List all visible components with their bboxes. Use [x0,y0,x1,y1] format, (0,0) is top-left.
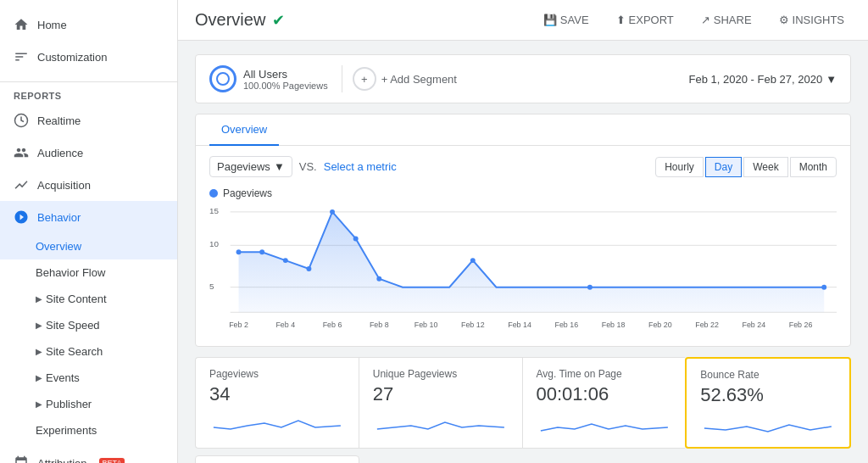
export-label: EXPORT [629,14,674,26]
verified-icon: ✔ [272,11,285,30]
legend-label: Pageviews [223,187,272,199]
chart-svg-wrapper: 15 10 5 [209,203,837,332]
line-chart: 15 10 5 [209,203,837,330]
data-point [330,209,335,215]
svg-text:Feb 8: Feb 8 [370,321,389,329]
export-button[interactable]: ⬆ EXPORT [609,10,681,30]
mini-chart-bounce [700,411,836,437]
metrics-row2: % Exit 55.88% [195,455,851,463]
save-icon: 💾 [543,14,557,26]
sidebar-item-audience[interactable]: Audience [0,137,177,169]
svg-text:Feb 22: Feb 22 [695,321,719,329]
tab-overview[interactable]: Overview [209,114,279,146]
sidebar-subitem-experiments[interactable]: Experiments [0,417,177,443]
segment-bar: All Users 100.00% Pageviews + + Add Segm… [195,54,851,103]
data-point [821,285,826,290]
insights-label: INSIGHTS [793,14,844,26]
share-label: SHARE [714,14,752,26]
time-btn-month[interactable]: Month [790,157,837,177]
chart-card: Overview Pageviews ▼ VS. Select a metric… [195,114,851,347]
date-range-label: Feb 1, 2020 - Feb 27, 2020 [689,73,823,86]
metric-card-pageviews: Pageviews 34 [195,357,359,449]
sidebar-customization-label: Customization [37,51,107,64]
sidebar-item-behavior[interactable]: Behavior [0,201,177,233]
metric-value-unique: 27 [373,383,509,405]
sidebar-subitem-overview[interactable]: Overview [0,233,177,259]
time-btn-week[interactable]: Week [743,157,787,177]
mini-chart-avg-time [537,410,672,436]
metric-card-bounce-rate: Bounce Rate 52.63% [685,357,851,449]
sidebar-audience-label: Audience [37,147,83,159]
time-btn-hourly[interactable]: Hourly [655,157,704,177]
metrics-row: Pageviews 34 Unique Pageviews 27 A [195,357,851,449]
time-btn-day[interactable]: Day [705,157,742,177]
legend-dot [209,189,218,198]
svg-text:Feb 18: Feb 18 [602,321,626,329]
attribution-label: Attribution [37,457,87,464]
sidebar-item-realtime[interactable]: Realtime [0,104,177,137]
mini-chart-pageviews [209,410,345,436]
metric-card-pct-exit: % Exit 55.88% [195,455,359,463]
add-segment-circle: + [353,67,376,91]
sidebar-subitem-site-content[interactable]: ▶ Site Content [0,286,177,312]
select-metric-link[interactable]: Select a metric [324,160,397,173]
topbar-actions: 💾 SAVE ⬆ EXPORT ↗ SHARE ⚙ INSIGHTS [537,10,851,30]
expand-icon: ▶ [36,294,42,304]
data-point [236,249,242,254]
segment-sub: 100.00% Pageviews [243,81,328,91]
behavior-icon [14,209,29,225]
attribution-icon [14,455,29,463]
metric-title-pageviews: Pageviews [209,368,345,380]
save-button[interactable]: 💾 SAVE [537,10,596,30]
chart-controls: Pageviews ▼ VS. Select a metric Hourly D… [196,146,850,181]
metric-card-unique-pageviews: Unique Pageviews 27 [359,357,522,449]
sidebar-item-home[interactable]: Home [0,8,177,41]
segment-name: All Users [243,68,328,81]
svg-text:Feb 20: Feb 20 [648,321,672,329]
svg-text:Feb 2: Feb 2 [229,321,248,329]
audience-icon [14,145,29,160]
sidebar-subitem-site-speed[interactable]: ▶ Site Speed [0,312,177,338]
save-label: SAVE [560,14,589,26]
data-point [587,285,593,290]
sidebar-item-attribution[interactable]: Attribution BETA [0,447,177,463]
attribution-badge: BETA [99,458,125,463]
page-title: Overview [195,10,265,30]
add-segment-button[interactable]: + + Add Segment [353,67,679,91]
events-label: Events [46,371,80,384]
metric-dropdown[interactable]: Pageviews ▼ [209,156,292,177]
sidebar-subitem-site-search[interactable]: ▶ Site Search [0,338,177,365]
data-point [283,258,288,263]
metric-dropdown-label: Pageviews [217,160,270,173]
data-point [259,249,264,254]
share-button[interactable]: ↗ SHARE [694,10,759,30]
svg-text:Feb 4: Feb 4 [275,321,295,329]
publisher-label: Publisher [46,398,92,410]
content-area: All Users 100.00% Pageviews + + Add Segm… [178,41,868,463]
mini-chart-unique [373,410,509,436]
svg-text:5: 5 [209,282,214,291]
date-range-selector[interactable]: Feb 1, 2020 - Feb 27, 2020 ▼ [689,73,837,86]
acquisition-icon [14,177,29,192]
sidebar-subitem-publisher[interactable]: ▶ Publisher [0,391,177,417]
home-icon [14,17,29,32]
sidebar-home-label: Home [37,19,67,31]
metric-card-avg-time: Avg. Time on Page 00:01:06 [522,357,686,449]
chart-tabs: Overview [196,114,850,146]
sidebar-subitem-events[interactable]: ▶ Events [0,365,177,391]
svg-text:Feb 12: Feb 12 [461,321,485,329]
svg-text:Feb 16: Feb 16 [554,321,578,329]
customization-icon [14,49,29,64]
metric-value-bounce: 52.63% [700,384,836,406]
site-search-label: Site Search [46,345,103,358]
sidebar-item-acquisition[interactable]: Acquisition [0,169,177,201]
insights-button[interactable]: ⚙ INSIGHTS [772,10,851,30]
segment-circle [209,65,236,92]
expand-icon: ▶ [36,373,42,382]
site-speed-label: Site Speed [46,319,100,332]
sidebar-subitem-behavior-flow[interactable]: Behavior Flow [0,259,177,286]
sidebar-acquisition-label: Acquisition [37,179,91,192]
sidebar-behavior-label: Behavior [37,211,81,224]
svg-text:Feb 14: Feb 14 [508,321,531,329]
sidebar-item-customization[interactable]: Customization [0,41,177,73]
